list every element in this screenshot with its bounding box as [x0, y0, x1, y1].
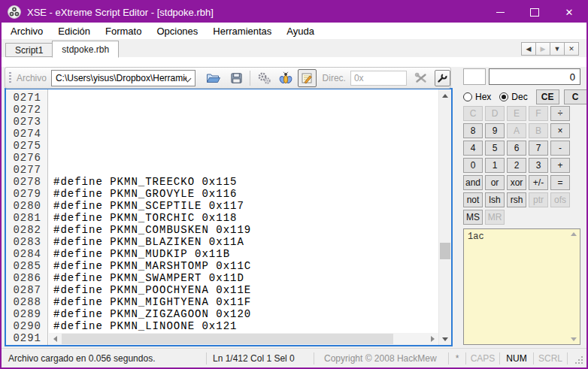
- script-editor-toggle-button[interactable]: [298, 69, 317, 87]
- calculator-display[interactable]: 0: [489, 68, 580, 85]
- code-line[interactable]: #define PKMN_TORCHIC 0x118: [53, 212, 438, 224]
- offset-prefix: 0x: [354, 73, 364, 83]
- scroll-tabs-right-button: ▶: [535, 42, 550, 56]
- calc-button-3[interactable]: 3: [529, 158, 548, 173]
- calc-button-0[interactable]: 0: [463, 158, 483, 173]
- radio-dec[interactable]: Dec: [499, 92, 527, 102]
- calc-button-4[interactable]: 4: [463, 141, 483, 156]
- calc-button-rsh[interactable]: rsh: [507, 192, 526, 207]
- code-line[interactable]: [53, 92, 438, 104]
- code-line[interactable]: [53, 116, 438, 128]
- code-line[interactable]: #define PKMN_COMBUSKEN 0x119: [53, 224, 438, 236]
- menu-item-edici-n[interactable]: Edición: [50, 23, 98, 39]
- tab-list-dropdown-button[interactable]: ▼: [550, 42, 565, 56]
- arrow-up-icon: [442, 94, 448, 98]
- menu-item-herramientas[interactable]: Herramientas: [205, 23, 279, 39]
- code-line[interactable]: #define PKMN_BLAZIKEN 0x11A: [53, 236, 438, 248]
- calc-button-plus[interactable]: +: [550, 158, 570, 173]
- scroll-tabs-left-button[interactable]: ◀: [521, 42, 536, 56]
- close-button[interactable]: ✕: [552, 2, 586, 23]
- lock-indicator-caps: CAPS: [466, 349, 499, 367]
- code-line[interactable]: [53, 140, 438, 152]
- code-line[interactable]: [53, 164, 438, 176]
- calc-button-plus-minus[interactable]: +/-: [529, 175, 548, 190]
- calc-button-5[interactable]: 5: [485, 141, 505, 156]
- calculator-memo[interactable]: 1ac: [463, 228, 580, 345]
- calc-button-mr: MR: [485, 210, 505, 225]
- calc-button-not[interactable]: not: [463, 192, 483, 207]
- code-text-area[interactable]: #define PKMN_TREECKO 0x115#define PKMN_G…: [49, 89, 438, 345]
- tab-script1[interactable]: Script1: [5, 43, 53, 57]
- code-line[interactable]: #define PKMN_MIGHTYENA 0x11F: [53, 296, 438, 308]
- code-line[interactable]: #define PKMN_ZIGZAGOON 0x120: [53, 308, 438, 320]
- calc-button-c[interactable]: C: [564, 89, 587, 104]
- menu-item-formato[interactable]: Formato: [98, 23, 149, 39]
- calc-button-xor[interactable]: xor: [507, 175, 526, 190]
- maximize-button[interactable]: [517, 2, 552, 23]
- calc-button-7[interactable]: 7: [529, 141, 548, 156]
- scroll-left-button[interactable]: [49, 333, 61, 345]
- resize-grip[interactable]: [575, 356, 583, 364]
- scroll-up-button[interactable]: [439, 89, 451, 101]
- menu-item-opciones[interactable]: Opciones: [149, 23, 205, 39]
- calc-button-and[interactable]: and: [463, 175, 483, 190]
- memo-scrollbar[interactable]: [568, 230, 579, 343]
- menu-item-archivo[interactable]: Archivo: [3, 23, 50, 39]
- title-bar[interactable]: XSE - eXtreme Script Editor - [stdpoke.r…: [2, 2, 586, 23]
- calc-button-8[interactable]: 8: [463, 123, 483, 138]
- code-line[interactable]: #define PKMN_LINOONE 0x121: [53, 320, 438, 332]
- line-number: 0285: [6, 260, 47, 272]
- calc-button-or[interactable]: or: [485, 175, 505, 190]
- code-line[interactable]: [53, 152, 438, 164]
- calc-button-ce[interactable]: CE: [536, 89, 559, 104]
- offset-input[interactable]: 0x: [350, 71, 407, 86]
- calc-button-9[interactable]: 9: [485, 123, 505, 138]
- line-number: 0286: [6, 272, 47, 284]
- line-number: 0274: [6, 128, 47, 140]
- horizontal-scrollbar[interactable]: [49, 333, 438, 345]
- calc-button-lsh[interactable]: lsh: [485, 192, 505, 207]
- tabs: Script1stdpoke.rbh: [5, 41, 118, 57]
- code-line[interactable]: #define PKMN_MUDKIP 0x11B: [53, 248, 438, 260]
- calculator-aux-input[interactable]: [463, 68, 486, 85]
- menu-bar: ArchivoEdiciónFormatoOpcionesHerramienta…: [2, 23, 586, 39]
- vertical-scrollbar[interactable]: [438, 89, 451, 345]
- calc-button-ms[interactable]: MS: [463, 210, 483, 225]
- code-line[interactable]: #define PKMN_SCEPTILE 0x117: [53, 200, 438, 212]
- compile-button[interactable]: [254, 69, 273, 87]
- keypad-row: andorxor+/-=: [463, 175, 570, 190]
- arrow-right-icon: [431, 336, 435, 342]
- calc-button-equals[interactable]: =: [550, 175, 570, 190]
- horizontal-scroll-thumb[interactable]: [62, 334, 393, 344]
- code-line[interactable]: #define PKMN_GROVYLE 0x116: [53, 188, 438, 200]
- calc-button-1[interactable]: 1: [485, 158, 505, 173]
- calc-button-minus[interactable]: -: [550, 141, 570, 156]
- radio-hex[interactable]: Hex: [463, 92, 491, 102]
- code-line[interactable]: [53, 128, 438, 140]
- code-line[interactable]: [53, 104, 438, 116]
- line-number: 0275: [6, 140, 47, 152]
- code-editor[interactable]: 0271027202730274027502760277027802790280…: [5, 88, 453, 346]
- hacked-tools-button[interactable]: [435, 70, 450, 86]
- vertical-scroll-thumb[interactable]: [440, 243, 450, 259]
- minimize-button[interactable]: [483, 2, 517, 23]
- code-line[interactable]: #define PKMN_MARSHTOMP 0x11C: [53, 260, 438, 272]
- open-file-button[interactable]: [205, 69, 223, 87]
- calc-button-multiply[interactable]: ×: [550, 123, 570, 138]
- file-path-value: C:\Users\yisus\Dropbox\Herramienta: [56, 73, 186, 83]
- close-tab-button[interactable]: ✕: [564, 42, 579, 56]
- save-file-button[interactable]: [227, 69, 246, 87]
- calc-button-divide[interactable]: ÷: [550, 106, 570, 121]
- file-path-combobox[interactable]: C:\Users\yisus\Dropbox\Herramienta: [51, 70, 195, 86]
- calc-button-2[interactable]: 2: [507, 158, 526, 173]
- toolbar-grip[interactable]: [9, 72, 11, 84]
- code-line[interactable]: #define PKMN_TREECKO 0x115: [53, 176, 438, 188]
- code-line[interactable]: #define PKMN_POOCHYENA 0x11E: [53, 284, 438, 296]
- scroll-down-button[interactable]: [439, 333, 451, 345]
- code-line[interactable]: #define PKMN_SWAMPERT 0x11D: [53, 272, 438, 284]
- calc-button-6[interactable]: 6: [507, 141, 526, 156]
- tab-stdpoke-rbh[interactable]: stdpoke.rbh: [52, 41, 119, 58]
- scroll-right-button[interactable]: [426, 333, 438, 345]
- menu-item-ayuda[interactable]: Ayuda: [279, 23, 322, 39]
- debug-button[interactable]: [276, 69, 295, 87]
